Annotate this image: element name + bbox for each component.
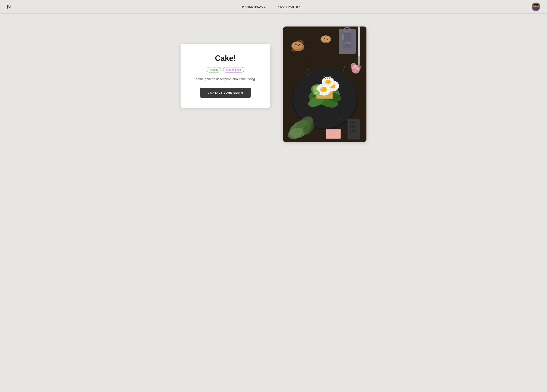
svg-point-6 xyxy=(535,7,539,10)
svg-point-121 xyxy=(319,127,320,127)
svg-rect-30 xyxy=(343,33,351,48)
svg-point-87 xyxy=(315,91,318,94)
svg-point-103 xyxy=(350,125,351,126)
svg-rect-94 xyxy=(326,130,340,138)
svg-point-25 xyxy=(324,38,325,39)
svg-rect-99 xyxy=(348,119,360,139)
logo[interactable]: N xyxy=(7,3,11,10)
svg-point-102 xyxy=(354,122,355,123)
svg-point-7 xyxy=(536,4,539,6)
svg-point-114 xyxy=(354,132,355,133)
svg-point-75 xyxy=(327,81,328,82)
food-image: LIQURIN xyxy=(283,27,366,142)
nav-links: MARKETPLACE YOUR PANTRY xyxy=(236,4,306,10)
food-image-svg: LIQURIN xyxy=(283,27,366,142)
svg-point-19 xyxy=(295,44,297,45)
svg-point-113 xyxy=(352,132,353,133)
svg-rect-115 xyxy=(348,119,349,139)
avatar[interactable] xyxy=(532,3,540,11)
svg-point-118 xyxy=(307,74,308,75)
listing-title: Cake! xyxy=(215,54,236,63)
svg-point-111 xyxy=(354,130,355,131)
svg-point-18 xyxy=(292,41,302,49)
svg-point-110 xyxy=(352,130,353,131)
svg-point-22 xyxy=(299,44,301,45)
listing-card: Cake! Vegan Gluten Free some generic des… xyxy=(181,44,270,108)
vegan-tag: Vegan xyxy=(207,67,221,72)
svg-point-81 xyxy=(325,83,325,84)
svg-point-112 xyxy=(350,132,351,133)
contact-button[interactable]: CONTACT JOHN SMITH xyxy=(200,88,251,98)
svg-point-104 xyxy=(352,125,353,126)
svg-point-4 xyxy=(533,4,536,6)
svg-point-106 xyxy=(350,127,351,128)
svg-point-21 xyxy=(296,47,298,48)
svg-point-64 xyxy=(321,87,326,91)
svg-text:LIQURIN: LIQURIN xyxy=(344,42,351,44)
svg-point-20 xyxy=(298,45,299,46)
svg-point-108 xyxy=(354,127,355,128)
svg-point-120 xyxy=(340,118,342,119)
svg-point-27 xyxy=(325,41,327,41)
svg-point-107 xyxy=(352,127,353,128)
svg-point-109 xyxy=(350,130,351,131)
svg-rect-35 xyxy=(358,27,360,56)
marketplace-link[interactable]: MARKETPLACE xyxy=(236,5,272,8)
main-content: Cake! Vegan Gluten Free some generic des… xyxy=(0,14,547,155)
svg-point-74 xyxy=(326,80,330,83)
svg-point-82 xyxy=(328,85,328,86)
avatar-image xyxy=(532,3,540,11)
svg-point-100 xyxy=(350,122,351,123)
svg-point-101 xyxy=(352,122,353,123)
svg-point-65 xyxy=(322,88,324,89)
svg-point-26 xyxy=(327,39,328,40)
svg-point-84 xyxy=(322,86,323,86)
gluten-free-tag: Gluten Free xyxy=(223,67,244,72)
listing-description: some generic description about the listi… xyxy=(196,77,255,82)
listing-tags: Vegan Gluten Free xyxy=(207,67,244,72)
svg-point-83 xyxy=(330,83,331,83)
svg-point-119 xyxy=(342,116,343,117)
svg-point-105 xyxy=(354,125,355,126)
svg-point-117 xyxy=(310,72,311,73)
svg-point-116 xyxy=(308,69,309,70)
pantry-link[interactable]: YOUR PANTRY xyxy=(272,5,306,8)
svg-rect-32 xyxy=(342,34,344,40)
navbar: N MARKETPLACE YOUR PANTRY xyxy=(0,0,547,14)
